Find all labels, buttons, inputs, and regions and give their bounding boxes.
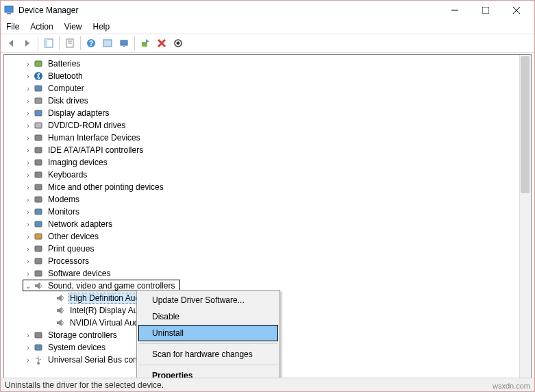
expander-icon[interactable]: › bbox=[23, 60, 33, 68]
node-label: Bluetooth bbox=[47, 71, 84, 81]
svg-marker-23 bbox=[176, 41, 180, 45]
svg-marker-6 bbox=[9, 40, 13, 47]
tree-node[interactable]: ›Monitors bbox=[5, 206, 530, 218]
svg-rect-1 bbox=[7, 13, 11, 14]
expander-icon[interactable]: › bbox=[23, 97, 33, 105]
properties-button[interactable] bbox=[62, 36, 77, 51]
svg-rect-34 bbox=[35, 184, 42, 190]
menu-view[interactable]: View bbox=[64, 22, 82, 32]
context-item[interactable]: Disable bbox=[138, 308, 278, 325]
svg-rect-37 bbox=[35, 221, 42, 227]
expander-icon[interactable]: › bbox=[23, 332, 33, 339]
device-icon bbox=[33, 59, 44, 69]
expander-icon[interactable]: › bbox=[23, 122, 33, 130]
device-icon bbox=[55, 293, 66, 303]
expander-icon[interactable]: › bbox=[23, 245, 33, 253]
svg-rect-18 bbox=[142, 42, 147, 47]
tree-node[interactable]: ›Mice and other pointing devices bbox=[5, 181, 530, 193]
back-button[interactable] bbox=[3, 36, 18, 51]
tree-node[interactable]: ›Other devices bbox=[5, 230, 530, 243]
expander-icon[interactable]: › bbox=[23, 196, 33, 204]
expander-icon[interactable]: › bbox=[23, 147, 33, 154]
scrollbar-thumb[interactable] bbox=[521, 56, 530, 193]
expander-icon[interactable]: › bbox=[23, 270, 33, 278]
svg-marker-49 bbox=[59, 319, 62, 326]
svg-rect-33 bbox=[35, 172, 42, 177]
tree-node[interactable]: ›IDE ATA/ATAPI controllers bbox=[5, 144, 530, 156]
device-icon bbox=[33, 244, 44, 254]
tree-node[interactable]: ›Computer bbox=[5, 82, 530, 95]
menu-file[interactable]: File bbox=[6, 22, 19, 32]
expander-icon[interactable]: › bbox=[23, 233, 33, 241]
svg-rect-9 bbox=[45, 39, 47, 47]
tree-node[interactable]: ›Disk drives bbox=[5, 95, 530, 107]
node-label: Modems bbox=[47, 195, 81, 204]
close-button[interactable] bbox=[501, 1, 532, 20]
svg-text:?: ? bbox=[89, 40, 93, 47]
tree-node[interactable]: ›Software devices bbox=[5, 267, 530, 280]
uninstall-button[interactable] bbox=[154, 36, 169, 51]
show-hide-tree-button[interactable] bbox=[41, 36, 56, 51]
expander-icon[interactable]: › bbox=[23, 258, 33, 265]
tree-node[interactable]: ›Display adapters bbox=[5, 107, 530, 119]
disable-button[interactable] bbox=[171, 36, 186, 51]
context-item[interactable]: Scan for hardware changes bbox=[138, 346, 278, 363]
svg-marker-45 bbox=[59, 295, 62, 302]
device-icon bbox=[33, 219, 44, 229]
scrollbar[interactable] bbox=[519, 55, 531, 378]
expander-icon[interactable]: › bbox=[23, 356, 33, 364]
svg-rect-38 bbox=[35, 234, 42, 239]
menu-help[interactable]: Help bbox=[93, 22, 110, 32]
expander-icon[interactable]: › bbox=[23, 110, 33, 117]
node-label: Computer bbox=[47, 84, 86, 93]
tree-node[interactable]: ›Network adapters bbox=[5, 218, 530, 230]
node-label: Other devices bbox=[47, 232, 100, 241]
help-button[interactable]: ? bbox=[84, 36, 99, 51]
expander-icon[interactable]: › bbox=[23, 159, 33, 167]
node-label: Human Interface Devices bbox=[47, 133, 142, 143]
minimize-button[interactable] bbox=[439, 1, 470, 20]
svg-rect-35 bbox=[35, 197, 42, 202]
toolbar-separator bbox=[59, 36, 60, 50]
tree-node[interactable]: ›Batteries bbox=[5, 58, 530, 70]
device-icon bbox=[33, 133, 44, 143]
expander-icon[interactable]: ⌄ bbox=[23, 282, 33, 290]
tree-node[interactable]: ›Human Interface Devices bbox=[5, 132, 530, 144]
node-label: Monitors bbox=[47, 207, 81, 217]
svg-rect-0 bbox=[5, 6, 13, 12]
device-icon bbox=[33, 343, 44, 352]
svg-rect-48 bbox=[57, 321, 59, 324]
expander-icon[interactable]: › bbox=[23, 344, 33, 352]
context-item[interactable]: Update Driver Software... bbox=[138, 292, 278, 308]
context-item[interactable]: Uninstall bbox=[138, 325, 278, 341]
expander-icon[interactable]: › bbox=[23, 85, 33, 93]
tree-node[interactable]: ›Print queues bbox=[5, 243, 530, 255]
expander-icon[interactable]: › bbox=[23, 134, 33, 142]
forward-button[interactable] bbox=[20, 36, 35, 51]
tree-node[interactable]: ›DVD/CD-ROM drives bbox=[5, 119, 530, 132]
device-icon bbox=[55, 306, 66, 315]
tree-node[interactable]: ›Processors bbox=[5, 255, 530, 267]
menu-action[interactable]: Action bbox=[30, 22, 53, 32]
update-driver-button[interactable] bbox=[138, 36, 153, 51]
scan-button[interactable] bbox=[116, 36, 132, 51]
toolbar-separator bbox=[134, 36, 135, 50]
svg-line-54 bbox=[36, 358, 38, 359]
context-separator bbox=[139, 343, 277, 344]
tree-node[interactable]: ›Modems bbox=[5, 193, 530, 206]
maximize-button[interactable] bbox=[470, 1, 501, 20]
expander-icon[interactable]: › bbox=[23, 184, 33, 191]
expander-icon[interactable]: › bbox=[23, 208, 33, 216]
expander-icon[interactable]: › bbox=[23, 73, 33, 80]
tree-node[interactable]: ›Keyboards bbox=[5, 169, 530, 181]
node-label: Imaging devices bbox=[47, 158, 109, 167]
expander-icon[interactable]: › bbox=[23, 171, 33, 179]
svg-rect-15 bbox=[103, 40, 112, 47]
action-button[interactable] bbox=[100, 36, 115, 51]
tree-node[interactable]: ›Bluetooth bbox=[5, 70, 530, 82]
device-icon bbox=[33, 158, 44, 167]
expander-icon[interactable]: › bbox=[23, 221, 33, 228]
tree-node[interactable]: ›Imaging devices bbox=[5, 156, 530, 169]
svg-rect-46 bbox=[57, 309, 59, 312]
node-label: IDE ATA/ATAPI controllers bbox=[47, 145, 145, 155]
